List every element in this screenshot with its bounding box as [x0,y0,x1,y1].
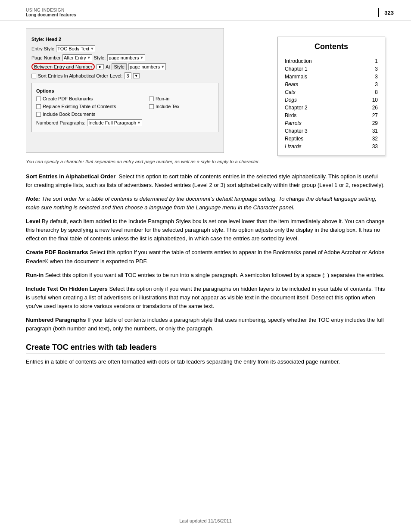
level-label: Level: [110,73,122,78]
page-footer: Last updated 11/16/2011 [0,518,411,523]
toc-entry-page: 10 [372,96,378,104]
hidden-section: Include Text On Hidden Layers Select thi… [26,285,385,311]
include-book-row: Include Book Documents [36,112,142,117]
toc-entry: Bears3 [285,81,378,88]
page-number: 323 [378,8,394,17]
include-text-row: Include Tex [149,104,179,109]
level-text: By default, each item added to the Inclu… [26,218,385,242]
style-arrow-2: ▼ [161,65,165,69]
toc-entry: Lizards33 [285,143,378,150]
footer-text: Last updated 11/16/2011 [179,518,232,523]
sort-entries-label: Sort Entries In Alphabetical Order [38,73,108,78]
create-pdf-row: Create PDF Bookmarks [36,96,142,101]
toc-entry-page: 31 [372,127,378,135]
include-text-checkbox[interactable] [149,104,154,109]
between-entry-label: Between Entry and Number [31,63,95,70]
toc-entry-text: Bears [285,81,298,88]
replace-existing-checkbox[interactable] [36,104,41,109]
at-label: At [106,64,110,69]
toc-entry-page: 1 [375,57,378,65]
dialog-box: Style: Head 2 Entry Style TOC Body Text … [26,28,224,153]
toc-entry-text: Birds [285,112,296,119]
contents-panel: Contents Introduction1Chapter 13Mammals3… [277,37,385,156]
runin-heading: Run-in [26,272,44,278]
style-bordered-label: Style [112,63,126,70]
toc-entry-page: 27 [372,112,378,119]
page-header: USING INDESIGN Long document features 32… [0,0,411,21]
numbered-section: Numbered Paragraphs If your table of con… [26,316,385,333]
between-entry-row: Between Entry and Number ► At Style page… [31,63,218,70]
run-in-checkbox[interactable] [149,96,154,101]
level-stepper[interactable]: ▼ [133,73,140,78]
pdf-section: Create PDF Bookmarks Select this option … [26,248,385,265]
entry-style-row: Entry Style TOC Body Text ▼ [31,45,218,52]
sort-entries-section: Sort Entries in Alphabetical Order Selec… [26,172,385,190]
caption-text: You can specify a character that separat… [26,158,385,165]
header-section: Long document features [26,12,76,17]
toc-entry-text: Chapter 1 [285,65,308,73]
numbered-heading: Numbered Paragraphs [26,317,86,323]
entry-style-arrow: ▼ [90,47,94,51]
page-number-row: Page Number After Entry ▼ Style: page nu… [31,54,218,61]
replace-existing-row: Replace Existing Table of Contents [36,104,142,109]
toc-entry-text: Chapter 3 [285,127,308,135]
toc-entry: Reptiles32 [285,135,378,143]
sort-heading: Sort Entries in Alphabetical Order [26,173,115,180]
page-container: USING INDESIGN Long document features 32… [0,0,411,532]
sort-entries-row: Sort Entries In Alphabetical Order Level… [31,72,218,79]
note-label: Note: [26,196,40,202]
options-title: Options [36,88,214,93]
header-chapter: USING INDESIGN [26,8,76,12]
numbered-arrow: ▼ [137,121,141,125]
runin-text: Select this option if you want all TOC e… [45,272,385,278]
toc-entry: Chapter 226 [285,104,378,112]
entry-style-select[interactable]: TOC Body Text ▼ [56,45,95,52]
sort-checkbox[interactable] [31,74,36,78]
numbered-paragraphs-row: Numbered Paragraphs: Include Full Paragr… [36,119,142,126]
toc-entry: Chapter 331 [285,127,378,135]
toc-entry: Introduction1 [285,57,378,65]
toc-entry: Birds27 [285,112,378,119]
level-heading: Level [26,218,40,224]
pdf-heading: Create PDF Bookmarks [26,249,88,255]
toc-entry-page: 3 [375,65,378,73]
create-pdf-checkbox[interactable] [36,96,41,101]
main-content: Style: Head 2 Entry Style TOC Body Text … [0,28,411,389]
page-number-select[interactable]: After Entry ▼ [62,54,92,61]
screenshot-area: Style: Head 2 Entry Style TOC Body Text … [26,28,385,153]
toc-entry-page: 3 [375,73,378,81]
note-text: The sort order for a table of contents i… [26,196,377,211]
note-section: Note: The sort order for a table of cont… [26,195,385,212]
level-section: Level By default, each item added to the… [26,217,385,243]
runin-section: Run-in Select this option if you want al… [26,271,385,280]
level-value: 3 [125,72,131,79]
style-select-2[interactable]: page numbers ▼ [128,63,166,70]
run-in-row: Run-in [149,96,179,101]
toc-entry-text: Mammals [285,73,307,81]
toc-entry-page: 8 [375,88,378,96]
header-left: USING INDESIGN Long document features [26,8,76,17]
section-text: Entries in a table of contents are often… [26,358,385,366]
toc-entry-page: 32 [372,135,378,143]
toc-entry: Chapter 13 [285,65,378,73]
entry-style-label: Entry Style [31,46,54,51]
toc-entry: Dogs10 [285,96,378,104]
toc-entries-container: Introduction1Chapter 13Mammals3Bears3Cat… [285,57,378,150]
toc-entry-text: Cats [285,88,296,96]
page-number-label: Page Number [31,55,61,60]
numbered-select[interactable]: Include Full Paragraph ▼ [87,119,142,126]
toc-entry: Cats8 [285,88,378,96]
toc-entry-page: 29 [372,119,378,127]
style-select-1[interactable]: page numbers ▼ [107,54,145,61]
hidden-heading: Include Text On Hidden Layers [26,286,108,292]
toc-entry-text: Dogs [285,96,297,104]
toc-entry: Parrots29 [285,119,378,127]
toc-entry-text: Introduction [285,57,312,65]
toc-entry-page: 33 [372,143,378,150]
toc-entry-text: Reptiles [285,135,303,143]
at-button[interactable]: ► [97,64,104,69]
toc-entry-text: Lizards [285,143,302,150]
include-book-checkbox[interactable] [36,112,41,117]
page-number-arrow: ▼ [87,56,91,60]
toc-entry-text: Parrots [285,119,302,127]
